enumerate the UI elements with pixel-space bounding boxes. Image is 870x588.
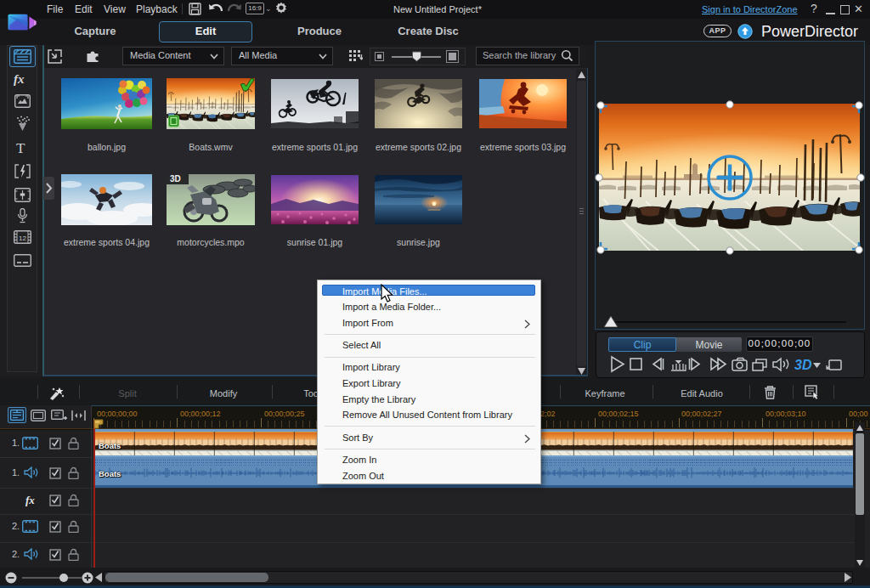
svg-text:12: 12 <box>19 235 26 242</box>
svg-text:3D: 3D <box>794 358 812 372</box>
